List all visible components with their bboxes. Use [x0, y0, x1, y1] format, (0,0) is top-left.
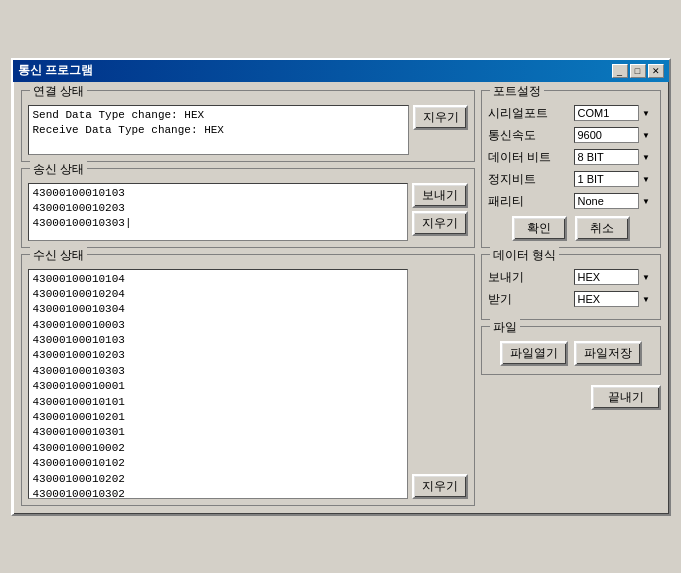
receive-format-label: 받기	[488, 291, 548, 308]
maximize-button[interactable]: □	[630, 64, 646, 78]
stop-bits-label: 정지비트	[488, 171, 548, 188]
parity-select-wrapper: None Even Odd ▼	[574, 193, 654, 209]
serial-port-select-wrapper: COM1 COM2 COM3 COM4 ▼	[574, 105, 654, 121]
stop-bits-select[interactable]: 1 BIT 2 BIT	[574, 171, 654, 187]
parity-row: 패리티 None Even Odd ▼	[488, 193, 654, 210]
send-button[interactable]: 보내기	[412, 183, 468, 208]
main-window: 통신 프로그램 _ □ ✕ 연결 상태 Send Data Type chang…	[11, 58, 671, 516]
file-save-button[interactable]: 파일저장	[574, 341, 642, 366]
data-bits-select[interactable]: 8 BIT 7 BIT	[574, 149, 654, 165]
parity-select[interactable]: None Even Odd	[574, 193, 654, 209]
minimize-button[interactable]: _	[612, 64, 628, 78]
end-button-row: 끝내기	[481, 385, 661, 410]
data-bits-row: 데이터 비트 8 BIT 7 BIT ▼	[488, 149, 654, 166]
send-status-section: 43000100010103 43000100010203 4300010001…	[28, 183, 468, 241]
receive-status-title: 수신 상태	[30, 247, 87, 264]
title-bar-controls: _ □ ✕	[612, 64, 664, 78]
serial-port-select[interactable]: COM1 COM2 COM3 COM4	[574, 105, 654, 121]
connection-status-title: 연결 상태	[30, 83, 87, 100]
parity-label: 패리티	[488, 193, 548, 210]
baud-rate-select[interactable]: 9600 19200 38400 57600 115200	[574, 127, 654, 143]
file-section-group: 파일 파일열기 파일저장	[481, 326, 661, 375]
receive-status-textarea[interactable]: 43000100010104 43000100010204 4300010001…	[28, 269, 408, 499]
receive-clear-button[interactable]: 지우기	[412, 474, 468, 499]
confirm-button[interactable]: 확인	[512, 216, 567, 241]
send-buttons-group: 보내기 지우기	[412, 183, 468, 236]
confirm-buttons: 확인 취소	[488, 216, 654, 241]
send-status-title: 송신 상태	[30, 161, 87, 178]
send-status-textarea[interactable]: 43000100010103 43000100010203 4300010001…	[28, 183, 408, 241]
connection-status-section: Send Data Type change: HEX Receive Data …	[28, 105, 468, 155]
connection-status-group: 연결 상태 Send Data Type change: HEX Receive…	[21, 90, 475, 162]
connection-status-textarea[interactable]: Send Data Type change: HEX Receive Data …	[28, 105, 409, 155]
cancel-button[interactable]: 취소	[575, 216, 630, 241]
receive-status-group: 수신 상태 43000100010104 43000100010204 4300…	[21, 254, 475, 506]
data-bits-label: 데이터 비트	[488, 149, 551, 166]
send-clear-button[interactable]: 지우기	[412, 211, 468, 236]
stop-bits-select-wrapper: 1 BIT 2 BIT ▼	[574, 171, 654, 187]
end-button[interactable]: 끝내기	[591, 385, 661, 410]
baud-rate-select-wrapper: 9600 19200 38400 57600 115200 ▼	[574, 127, 654, 143]
serial-port-row: 시리얼포트 COM1 COM2 COM3 COM4 ▼	[488, 105, 654, 122]
file-buttons: 파일열기 파일저장	[488, 341, 654, 366]
window-content: 연결 상태 Send Data Type change: HEX Receive…	[13, 82, 669, 514]
port-settings-title: 포트설정	[490, 83, 544, 100]
right-panel: 포트설정 시리얼포트 COM1 COM2 COM3 COM4 ▼ 통신	[481, 90, 661, 506]
send-status-group: 송신 상태 43000100010103 43000100010203 4300…	[21, 168, 475, 248]
send-format-select-wrapper: HEX ASCII ▼	[574, 269, 654, 285]
file-section-title: 파일	[490, 319, 520, 336]
data-bits-select-wrapper: 8 BIT 7 BIT ▼	[574, 149, 654, 165]
baud-rate-label: 통신속도	[488, 127, 548, 144]
file-open-button[interactable]: 파일열기	[500, 341, 568, 366]
port-settings-group: 포트설정 시리얼포트 COM1 COM2 COM3 COM4 ▼ 통신	[481, 90, 661, 248]
send-format-row: 보내기 HEX ASCII ▼	[488, 269, 654, 286]
title-bar: 통신 프로그램 _ □ ✕	[13, 60, 669, 82]
receive-format-row: 받기 HEX ASCII ▼	[488, 291, 654, 308]
data-format-group: 데이터 형식 보내기 HEX ASCII ▼ 받기	[481, 254, 661, 320]
receive-format-select-wrapper: HEX ASCII ▼	[574, 291, 654, 307]
connection-clear-button[interactable]: 지우기	[413, 105, 468, 130]
send-format-select[interactable]: HEX ASCII	[574, 269, 654, 285]
stop-bits-row: 정지비트 1 BIT 2 BIT ▼	[488, 171, 654, 188]
send-format-label: 보내기	[488, 269, 548, 286]
close-button[interactable]: ✕	[648, 64, 664, 78]
left-panel: 연결 상태 Send Data Type change: HEX Receive…	[21, 90, 475, 506]
window-title: 통신 프로그램	[18, 62, 93, 79]
serial-port-label: 시리얼포트	[488, 105, 548, 122]
baud-rate-row: 통신속도 9600 19200 38400 57600 115200 ▼	[488, 127, 654, 144]
data-format-title: 데이터 형식	[490, 247, 559, 264]
receive-status-section: 43000100010104 43000100010204 4300010001…	[28, 269, 468, 499]
receive-format-select[interactable]: HEX ASCII	[574, 291, 654, 307]
